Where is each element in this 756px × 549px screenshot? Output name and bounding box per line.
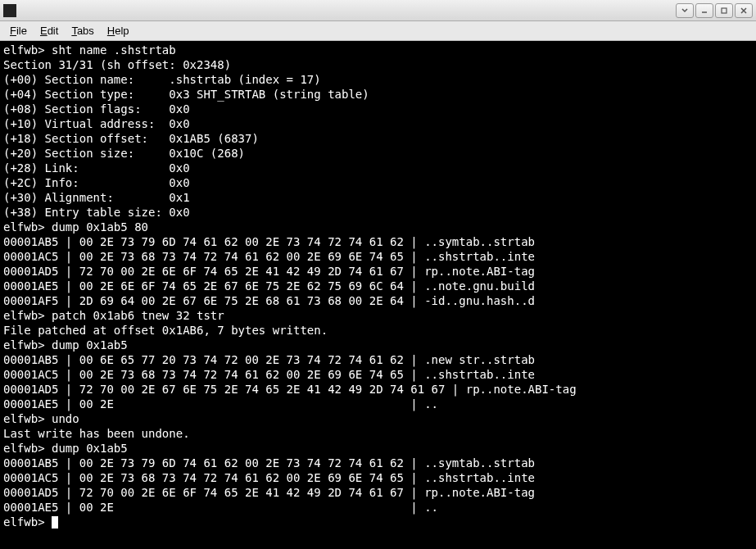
terminal-line: (+04) Section type: 0x3 SHT_STRTAB (stri… bbox=[3, 87, 753, 102]
menu-help[interactable]: Help bbox=[102, 23, 134, 39]
terminal-line: 00001AD5 | 72 70 00 2E 6E 6F 74 65 2E 41… bbox=[3, 485, 753, 500]
terminal-line: 00001AE5 | 00 2E 6E 6F 74 65 2E 67 6E 75… bbox=[3, 279, 753, 293]
terminal-line: 00001AD5 | 72 70 00 2E 67 6E 75 2E 74 65… bbox=[3, 382, 753, 397]
minimize-button[interactable] bbox=[695, 3, 713, 18]
close-button[interactable] bbox=[735, 3, 753, 18]
terminal-line: elfwb> dump 0x1ab5 bbox=[3, 441, 753, 456]
terminal-line: elfwb> dump 0x1ab5 bbox=[3, 338, 753, 352]
terminal-prompt-line[interactable]: elfwb> bbox=[3, 515, 753, 529]
terminal-line: elfwb> undo bbox=[3, 411, 753, 426]
menubar: File Edit Tabs Help bbox=[0, 21, 756, 41]
terminal-line: 00001AE5 | 00 2E | .. bbox=[3, 500, 753, 515]
terminal-line: File patched at offset 0x1AB6, 7 bytes w… bbox=[3, 323, 753, 338]
terminal-line: (+30) Alignment: 0x1 bbox=[3, 190, 753, 205]
terminal-line: (+08) Section flags: 0x0 bbox=[3, 102, 753, 116]
terminal-line: 00001AB5 | 00 2E 73 79 6D 74 61 62 00 2E… bbox=[3, 456, 753, 470]
terminal-line: (+00) Section name: .shstrtab (index = 1… bbox=[3, 72, 753, 87]
terminal[interactable]: elfwb> sht name .shstrtabSection 31/31 (… bbox=[0, 41, 756, 549]
terminal-line: (+10) Virtual address: 0x0 bbox=[3, 116, 753, 131]
terminal-line: elfwb> sht name .shstrtab bbox=[3, 43, 753, 57]
terminal-prompt: elfwb> bbox=[3, 515, 52, 529]
menu-file[interactable]: File bbox=[5, 23, 32, 39]
terminal-line: elfwb> patch 0x1ab6 tnew 32 tstr bbox=[3, 308, 753, 323]
terminal-line: (+18) Section offset: 0x1AB5 (6837) bbox=[3, 131, 753, 146]
terminal-line: 00001AB5 | 00 6E 65 77 20 73 74 72 00 2E… bbox=[3, 352, 753, 367]
down-button[interactable] bbox=[676, 3, 694, 18]
maximize-button[interactable] bbox=[715, 3, 733, 18]
app-icon bbox=[3, 4, 16, 17]
terminal-line: 00001AE5 | 00 2E | .. bbox=[3, 397, 753, 411]
terminal-line: (+20) Section size: 0x10C (268) bbox=[3, 146, 753, 161]
terminal-line: (+2C) Info: 0x0 bbox=[3, 175, 753, 190]
window-titlebar bbox=[0, 0, 756, 21]
terminal-cursor bbox=[52, 516, 58, 529]
terminal-line: 00001AC5 | 00 2E 73 68 73 74 72 74 61 62… bbox=[3, 367, 753, 382]
terminal-line: (+38) Entry table size: 0x0 bbox=[3, 205, 753, 220]
terminal-line: 00001AF5 | 2D 69 64 00 2E 67 6E 75 2E 68… bbox=[3, 293, 753, 308]
terminal-line: (+28) Link: 0x0 bbox=[3, 161, 753, 175]
terminal-line: Section 31/31 (sh offset: 0x2348) bbox=[3, 57, 753, 72]
svg-rect-1 bbox=[722, 8, 727, 13]
terminal-line: 00001AC5 | 00 2E 73 68 73 74 72 74 61 62… bbox=[3, 249, 753, 264]
window-controls bbox=[676, 3, 753, 18]
menu-tabs[interactable]: Tabs bbox=[66, 23, 98, 39]
terminal-line: elfwb> dump 0x1ab5 80 bbox=[3, 220, 753, 234]
menu-edit[interactable]: Edit bbox=[35, 23, 63, 39]
titlebar-left bbox=[3, 4, 21, 17]
terminal-line: 00001AB5 | 00 2E 73 79 6D 74 61 62 00 2E… bbox=[3, 234, 753, 249]
terminal-line: 00001AD5 | 72 70 00 2E 6E 6F 74 65 2E 41… bbox=[3, 264, 753, 279]
terminal-line: 00001AC5 | 00 2E 73 68 73 74 72 74 61 62… bbox=[3, 470, 753, 485]
terminal-line: Last write has been undone. bbox=[3, 426, 753, 441]
